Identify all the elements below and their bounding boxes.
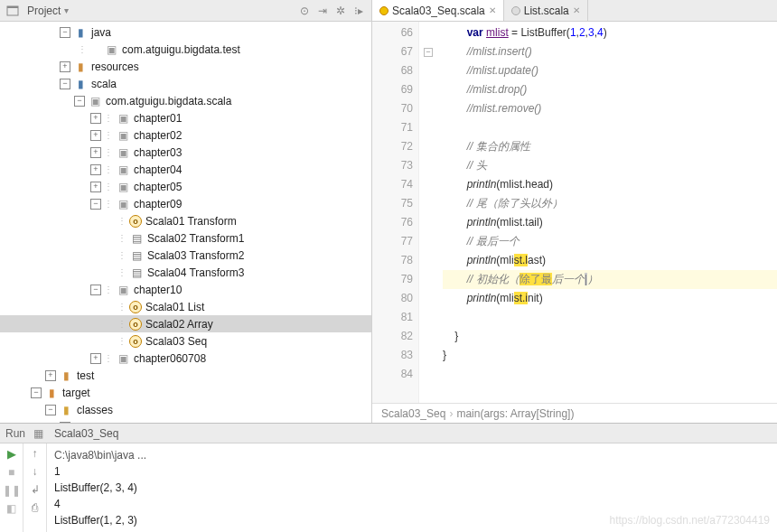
code-line[interactable]: //mlist.drop() [443,80,777,99]
code-area[interactable]: var mlist = ListBuffer(1,2,3,4) //mlist.… [437,22,777,403]
editor-body[interactable]: 66 67 68 69 70 71 72 73 74 75 76 77 78 7… [372,22,777,403]
code-line-current[interactable]: // 初始化（除了最后一个|） [443,270,777,289]
tree-item-package[interactable]: − ▣ com.atguigu.bigdata.scala [0,92,371,109]
rerun-icon[interactable]: ▶ [7,447,16,461]
code-line[interactable]: } [443,327,777,346]
code-line[interactable]: println(mlist.head) [443,175,777,194]
tree-item-test[interactable]: +▮test [0,367,371,384]
line-number: 78 [372,251,413,270]
up-icon[interactable]: ↑ [33,447,38,460]
wrap-icon[interactable]: ↲ [31,483,40,496]
tree-item-chapter[interactable]: +⋮▣chapter05 [0,178,371,195]
code-line[interactable]: println(mlist.init) [443,289,777,308]
editor-tab[interactable]: List.scala ✕ [504,0,588,21]
project-title: Project [27,5,61,17]
tree-expand-icon[interactable]: + [90,164,101,175]
down-icon[interactable]: ↓ [33,465,38,478]
tree-collapse-icon[interactable]: − [31,387,42,398]
tree-item-chapter[interactable]: −⋮▣chapter10 [0,281,371,298]
tree-item-package[interactable]: ⋮ ▣ com.atguigu.bigdata.test [0,41,371,58]
breadcrumb-item[interactable]: main(args: Array[String]) [456,407,574,420]
tree-item-chapter[interactable]: +⋮▣chapter02 [0,126,371,144]
project-icon [5,4,20,18]
tree-collapse-icon[interactable]: − [90,285,101,295]
line-number: 68 [372,61,413,80]
editor-breadcrumb[interactable]: Scala03_Seq › main(args: Array[String]) [372,403,777,423]
code-line[interactable] [443,118,777,137]
code-line[interactable]: } [443,346,777,365]
tree-expand-icon[interactable]: + [90,147,101,158]
tree-expand-icon[interactable]: + [90,130,101,141]
tree-collapse-icon[interactable]: − [60,422,70,424]
fold-toggle-icon[interactable]: − [424,48,433,57]
tree-label: Scala01 List [145,301,204,313]
code-line[interactable]: //mlist.remove() [443,99,777,118]
code-line[interactable]: println(mlist.tail) [443,213,777,232]
tree-item-target[interactable]: −▮target [0,384,371,401]
editor-tab-active[interactable]: Scala03_Seq.scala ✕ [372,0,504,21]
pause-icon[interactable]: ❚❚ [3,484,21,497]
package-icon: ▣ [116,145,130,160]
tree-collapse-icon[interactable]: − [74,96,85,107]
object-icon [379,6,388,15]
tree-collapse-icon[interactable]: − [90,199,101,210]
package-icon: ▣ [116,197,130,211]
tree-item-object[interactable]: ⋮oScala03 Seq [0,332,371,350]
tree-item-chapter[interactable]: +⋮▣chapter060708 [0,350,371,367]
code-line[interactable]: println(mlist.last) [443,251,777,270]
close-icon[interactable]: ✕ [573,5,580,15]
tree-item-scala[interactable]: − ▮ scala [0,75,371,92]
code-line[interactable]: var mlist = ListBuffer(1,2,3,4) [443,23,777,42]
run-config-icon: ▦ [31,426,45,441]
tree-label: com.atguigu.bigdata.scala [106,95,231,107]
tree-item-chapter[interactable]: −⋮▣chapter09 [0,195,371,212]
settings-icon[interactable]: ✲ [333,4,348,18]
collapse-icon[interactable]: ⊙ [297,4,312,18]
hide-icon[interactable]: ⁝▸ [351,4,366,18]
code-line[interactable]: // 尾（除了头以外） [443,194,777,213]
tree-expand-icon[interactable]: + [90,182,101,192]
tree-expand-icon[interactable]: + [60,61,70,72]
code-line[interactable]: //mlist.update() [443,61,777,80]
tree-item-object[interactable]: ⋮oScala01 Transform [0,212,371,229]
code-line[interactable]: // 集合的属性 [443,137,777,156]
tree-item-object[interactable]: ⋮oScala02 Array [0,315,371,332]
tree-item-java[interactable]: − ▮ java [0,23,371,41]
svg-rect-1 [7,6,18,8]
tree-item-chapter[interactable]: +⋮▣chapter01 [0,109,371,126]
tree-item-file[interactable]: ⋮▤Scala03 Transform2 [0,247,371,264]
tree-label: com.atguigu.bigdata.test [122,43,240,56]
tree-collapse-icon[interactable]: − [45,405,56,415]
tree-item-file[interactable]: ⋮▤Scala04 Transform3 [0,264,371,281]
print-icon[interactable]: ⎙ [32,501,38,514]
tree-item-file[interactable]: ⋮▤Scala02 Transform1 [0,229,371,247]
line-number: 82 [372,327,413,346]
editor-tab-bar: Scala03_Seq.scala ✕ List.scala ✕ [372,0,777,22]
tree-label: Scala04 Transform3 [147,266,244,279]
tree-item-object[interactable]: ⋮oScala01 List [0,298,371,315]
tree-item-resources[interactable]: + ▮ resources [0,58,371,75]
code-line[interactable]: //mlist.insert() [443,42,777,61]
tree-expand-icon[interactable]: + [45,370,56,381]
tree-collapse-icon[interactable]: − [60,27,70,38]
tree-label: chapter060708 [134,352,206,365]
tree-item-chapter[interactable]: +⋮▣chapter04 [0,161,371,178]
tree-collapse-icon[interactable]: − [60,79,70,89]
locate-icon[interactable]: ⇥ [315,4,330,18]
tree-expand-icon[interactable]: + [90,353,101,364]
code-line[interactable] [443,308,777,327]
tree-item-chapter[interactable]: +⋮▣chapter03 [0,144,371,161]
project-tree[interactable]: − ▮ java ⋮ ▣ com.atguigu.bigdata.test + … [0,22,371,423]
tree-expand-icon[interactable]: + [90,113,101,124]
tree-item-classes[interactable]: −▮classes [0,401,371,418]
code-line[interactable]: // 最后一个 [443,232,777,251]
tree-item-com[interactable]: −▮com [0,418,371,423]
stop-icon[interactable]: ■ [8,466,14,479]
code-line[interactable] [443,365,777,384]
close-icon[interactable]: ✕ [489,5,496,15]
run-console[interactable]: C:\java8\bin\java ... 1 ListBuffer(2, 3,… [47,443,777,532]
exit-icon[interactable]: ◧ [6,502,16,515]
project-dropdown-icon[interactable]: ▾ [64,5,69,15]
breadcrumb-item[interactable]: Scala03_Seq [381,407,445,420]
code-line[interactable]: // 头 [443,156,777,175]
